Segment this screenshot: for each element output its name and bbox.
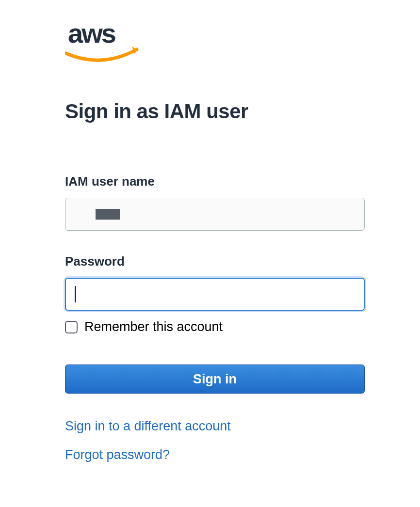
aws-logo-svg: aws <box>65 20 140 66</box>
password-input[interactable] <box>65 278 365 311</box>
signin-button[interactable]: Sign in <box>65 364 365 394</box>
remember-label: Remember this account <box>84 319 223 334</box>
page-title: Sign in as IAM user <box>65 100 420 123</box>
password-label: Password <box>65 254 420 269</box>
different-account-link[interactable]: Sign in to a different account <box>65 419 420 434</box>
remember-checkbox[interactable] <box>65 321 78 333</box>
username-label: IAM user name <box>65 174 420 189</box>
text-cursor <box>75 286 76 302</box>
forgot-password-link[interactable]: Forgot password? <box>65 447 420 462</box>
aws-logo: aws <box>65 20 420 68</box>
svg-text:aws: aws <box>68 20 115 48</box>
remember-checkbox-row: Remember this account <box>65 319 420 334</box>
password-field-group: Password <box>65 254 420 311</box>
username-field-group: IAM user name <box>65 174 420 231</box>
username-input[interactable] <box>65 198 365 231</box>
username-redacted-value <box>96 209 120 220</box>
